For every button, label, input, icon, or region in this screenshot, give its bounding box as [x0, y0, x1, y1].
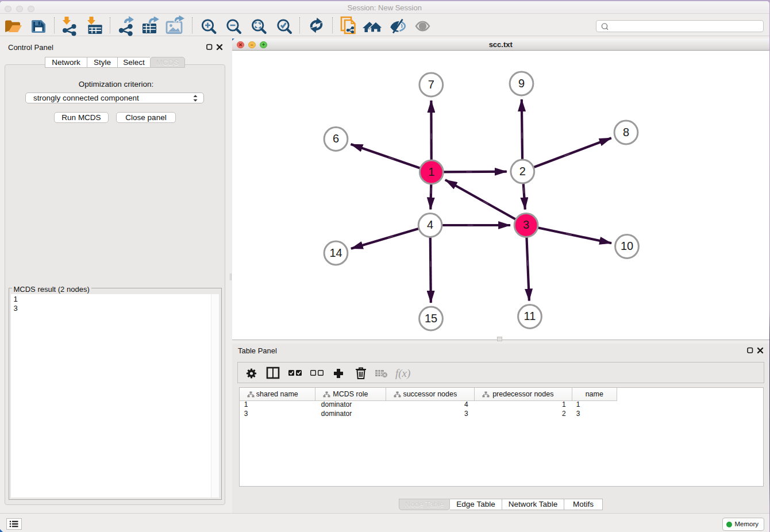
- svg-text:15: 15: [425, 312, 437, 325]
- svg-text:6: 6: [333, 132, 339, 145]
- svg-text:8: 8: [623, 126, 629, 138]
- svg-text:4: 4: [427, 218, 433, 231]
- svg-text:1: 1: [428, 165, 434, 178]
- svg-text:f(x): f(x): [395, 367, 410, 380]
- svg-text:11: 11: [524, 310, 536, 322]
- svg-text:2: 2: [519, 165, 526, 178]
- svg-text:3: 3: [523, 218, 529, 231]
- svg-text:14: 14: [329, 246, 342, 259]
- svg-text:10: 10: [621, 240, 633, 252]
- svg-text:7: 7: [428, 78, 434, 91]
- svg-text:9: 9: [518, 77, 525, 90]
